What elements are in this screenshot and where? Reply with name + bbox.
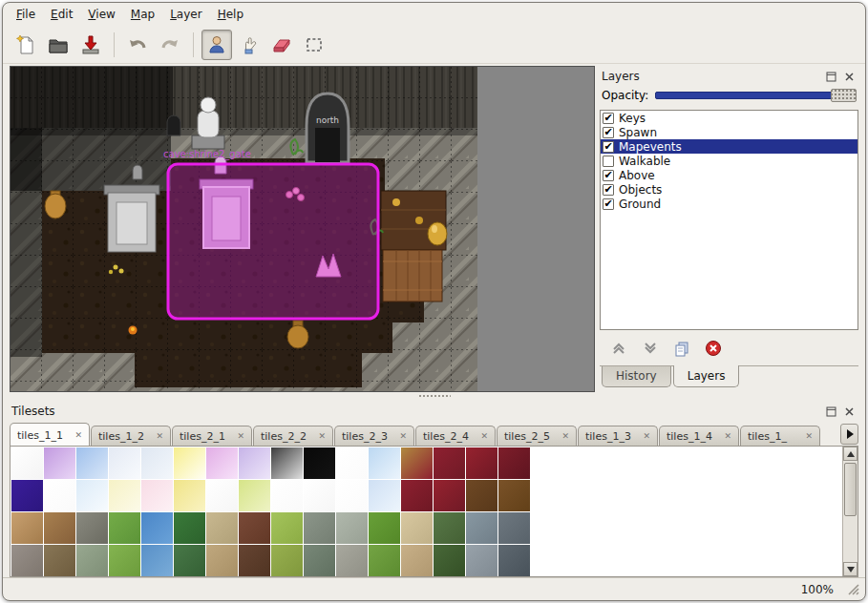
layer-visibility-checkbox[interactable] [603,156,614,167]
tile-3-10[interactable] [336,545,368,576]
raise-layer-button[interactable] [607,337,630,360]
tileset-tab-tiles_1_4[interactable]: tiles_1_4✕ [659,426,739,446]
tile-1-9[interactable] [304,480,335,511]
detach-panel-button[interactable] [824,70,838,84]
resize-grip-icon[interactable] [847,583,859,595]
tab-close-icon[interactable]: ✕ [318,431,326,441]
dock-tab-layers[interactable]: Layers [673,365,740,387]
tileset-tab-tiles_2_2[interactable]: tiles_2_2✕ [253,426,333,446]
layer-row-keys[interactable]: ✔Keys [601,111,857,125]
tile-0-13[interactable] [434,447,465,479]
tile-3-15[interactable] [498,545,530,576]
tile-0-8[interactable] [271,447,303,479]
menu-item-edit[interactable]: Edit [43,5,80,24]
tile-3-1[interactable] [44,545,75,576]
scrollbar-track[interactable] [843,461,857,562]
menu-item-view[interactable]: View [80,5,122,24]
tile-3-8[interactable] [271,545,303,576]
tile-2-8[interactable] [271,512,303,544]
tile-3-7[interactable] [239,545,270,576]
opacity-slider-track[interactable] [655,92,857,99]
tile-0-2[interactable] [76,447,108,479]
tile-2-9[interactable] [304,512,335,544]
tile-1-7[interactable] [239,480,270,511]
tile-1-5[interactable] [174,480,205,511]
tile-3-11[interactable] [369,545,400,576]
tileset-tab-tiles_2_1[interactable]: tiles_2_1✕ [172,426,252,446]
select-tool-button[interactable] [299,30,329,60]
tileset-tab-tiles_1_3[interactable]: tiles_1_3✕ [578,426,658,446]
tile-3-2[interactable] [76,545,108,576]
tile-2-6[interactable] [206,512,238,544]
tile-2-3[interactable] [109,512,140,544]
scrollbar-thumb[interactable] [844,463,857,516]
layer-visibility-checkbox[interactable]: ✔ [603,141,614,153]
tileset-tab-tiles_1_[interactable]: tiles_1_✕ [740,426,820,446]
tile-1-0[interactable] [11,480,43,511]
tile-1-4[interactable] [141,480,173,511]
pane-splitter[interactable] [3,392,865,401]
menu-item-layer[interactable]: Layer [162,5,209,24]
tile-2-5[interactable] [174,512,205,544]
lower-layer-button[interactable] [639,337,662,360]
scroll-down-button[interactable] [843,562,857,576]
tab-close-icon[interactable]: ✕ [237,431,244,441]
layer-visibility-checkbox[interactable]: ✔ [603,113,614,124]
tile-0-9[interactable] [304,447,335,479]
tile-3-4[interactable] [141,545,173,576]
tile-0-0[interactable] [11,447,43,479]
dock-tab-history[interactable]: History [602,366,671,387]
tile-1-8[interactable] [271,480,303,511]
opacity-slider[interactable] [655,89,857,102]
tab-close-icon[interactable]: ✕ [724,431,731,441]
tile-1-10[interactable] [336,480,368,511]
close-panel-button[interactable] [842,70,857,84]
menu-item-help[interactable]: Help [210,5,251,24]
tile-0-12[interactable] [401,447,433,479]
tab-close-icon[interactable]: ✕ [399,431,407,441]
tile-3-9[interactable] [304,545,335,576]
tile-0-3[interactable] [109,447,140,479]
tile-3-5[interactable] [174,545,205,576]
tile-2-13[interactable] [434,512,465,544]
tile-2-10[interactable] [336,512,368,544]
tab-close-icon[interactable]: ✕ [74,430,82,440]
scroll-up-button[interactable] [843,447,857,461]
eraser-tool-button[interactable] [266,30,297,60]
tileset-tab-tiles_2_5[interactable]: tiles_2_5✕ [497,426,577,446]
tile-0-11[interactable] [369,447,400,479]
tab-close-icon[interactable]: ✕ [805,431,813,441]
tile-0-5[interactable] [174,447,205,479]
layer-visibility-checkbox[interactable]: ✔ [603,198,614,210]
tile-3-13[interactable] [434,545,465,576]
new-map-button[interactable] [11,30,41,60]
open-map-button[interactable] [43,30,74,60]
tile-3-12[interactable] [401,545,433,576]
delete-layer-button[interactable] [702,337,725,360]
duplicate-layer-button[interactable] [670,337,693,360]
undo-button[interactable] [122,30,153,60]
tile-2-0[interactable] [11,512,43,544]
tile-0-14[interactable] [466,447,498,479]
layer-row-spawn[interactable]: ✔Spawn [601,125,857,139]
tile-0-15[interactable] [498,447,530,479]
tile-2-2[interactable] [76,512,108,544]
tab-close-icon[interactable]: ✕ [480,431,488,441]
tileset-scrollbar[interactable] [842,447,857,576]
splitter-grip-icon[interactable] [418,394,451,399]
hand-tool-button[interactable] [234,30,265,60]
tile-0-1[interactable] [44,447,75,479]
tile-2-1[interactable] [44,512,75,544]
tile-1-13[interactable] [434,480,465,511]
save-map-button[interactable] [75,30,106,60]
tab-close-icon[interactable]: ✕ [643,431,650,441]
layer-row-above[interactable]: ✔Above [601,168,857,182]
tile-1-15[interactable] [498,480,530,511]
tile-3-14[interactable] [466,545,498,576]
tile-2-15[interactable] [498,512,530,544]
layer-visibility-checkbox[interactable]: ✔ [603,127,614,138]
layer-visibility-checkbox[interactable]: ✔ [603,184,614,196]
tile-1-11[interactable] [369,480,400,511]
detach-tilesets-button[interactable] [824,405,838,419]
redo-button[interactable] [155,30,185,60]
